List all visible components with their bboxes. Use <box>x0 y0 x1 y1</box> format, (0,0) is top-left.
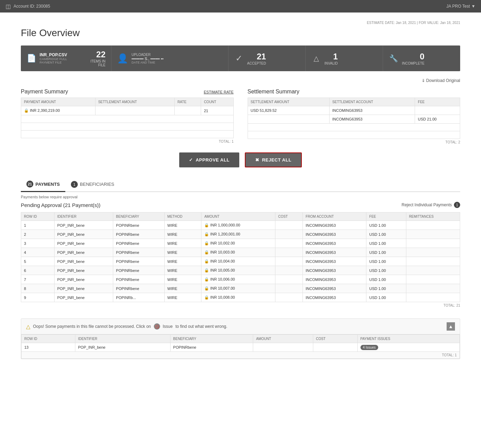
from-account-cell: INCOMING63953 <box>303 221 366 230</box>
col-settlement-amount: SETTLEMENT AMOUNT <box>248 98 329 106</box>
cost-cell <box>275 239 302 248</box>
settlement-summary-title: Settlement Summary <box>248 89 299 95</box>
remittances-cell <box>406 293 460 302</box>
col-beneficiary: BENEFICIARY <box>170 335 253 343</box>
method-cell: WIRE <box>164 257 201 266</box>
account-label: Account ID: 230085 <box>14 4 50 9</box>
table-row: INCOMING63953 USD 21.00 <box>248 115 460 124</box>
identifier-cell: POP_INR_bene <box>75 343 170 352</box>
cost-cell <box>275 284 302 293</box>
fee-cell: USD 1.00 <box>366 266 406 275</box>
row-id-cell: 3 <box>21 239 55 248</box>
accepted-count: 21 <box>247 52 266 61</box>
pending-header: Pending Approval (21 Payment(s)) Reject … <box>21 202 460 208</box>
table-row: 3 POP_INR_bene POPINRbene WIRE 🔒 INR 10,… <box>21 239 460 248</box>
nav-right[interactable]: JA PRO Test ▼ <box>446 4 475 9</box>
from-account-cell: INCOMING63953 <box>303 275 366 284</box>
identifier-cell: POP_INR_bene <box>54 257 113 266</box>
empty-row <box>21 123 234 131</box>
fsb-accepted: ✓ 21 ACCEPTED <box>229 45 306 71</box>
empty-row <box>248 124 460 131</box>
download-label: Download Original <box>426 78 460 83</box>
download-original-link[interactable]: ⇓ Download Original <box>422 78 460 83</box>
fsb-file-info: 📄 INR_POP.CSV CAMBRIDGE FULL PAYMENT FIL… <box>21 45 111 71</box>
fee-cell: USD 21.00 <box>415 115 460 124</box>
uploader-name: ••••••••• S., ••••••• •• <box>132 57 164 61</box>
action-buttons: ✓ APPROVE ALL ✖ REJECT ALL <box>21 152 460 167</box>
col-from-account: FROM ACCOUNT <box>303 213 366 221</box>
amount-cell: 🔒 INR 10,005.00 <box>201 266 275 275</box>
remittances-cell <box>406 248 460 257</box>
reject-icon: ✖ <box>255 157 259 163</box>
nav-left: ◫ Account ID: 230085 <box>6 3 50 10</box>
incomplete-count-wrap: 0 INCOMPLETE <box>402 52 424 65</box>
payment-summary-block: Payment Summary ESTIMATE RATE PAYMENT AM… <box>21 89 234 143</box>
cost-cell <box>275 257 302 266</box>
download-link-wrap[interactable]: ⇓ Download Original <box>21 78 460 83</box>
beneficiaries-tab-label: BENEFICIARIES <box>80 182 114 187</box>
col-amount: AMOUNT <box>253 335 313 343</box>
cost-cell <box>275 266 302 275</box>
reject-individual-wrap[interactable]: Reject Individual Payments 1 <box>401 202 460 208</box>
table-row: 1 POP_INR_bene POPINRbene WIRE 🔒 INR 1,0… <box>21 221 460 230</box>
empty-row <box>21 115 234 123</box>
reject-all-button[interactable]: ✖ REJECT ALL <box>245 152 302 167</box>
approve-all-button[interactable]: ✓ APPROVE ALL <box>179 152 239 167</box>
date-label: DATE AND TIME <box>132 61 164 64</box>
fsb-uploader-text: UPLOADER ••••••••• S., ••••••• •• DATE A… <box>132 53 164 64</box>
col-beneficiary: BENEFICIARY <box>113 213 165 221</box>
payment-summary-header: Payment Summary ESTIMATE RATE <box>21 89 234 95</box>
estimate-rate-link[interactable]: ESTIMATE RATE <box>204 90 234 94</box>
warning-message: Oops! Some payments in this file cannot … <box>33 324 151 329</box>
collapse-button[interactable]: ▲ <box>447 322 455 331</box>
amount-cell: 🔒 INR 10,008.00 <box>201 293 275 302</box>
from-account-cell: INCOMING63953 <box>303 239 366 248</box>
cost-cell <box>275 293 302 302</box>
from-account-cell: INCOMING63953 <box>303 293 366 302</box>
col-amount: AMOUNT <box>201 213 275 221</box>
row-id-cell: 13 <box>22 343 75 352</box>
col-method: METHOD <box>164 213 201 221</box>
reject-individual-count: 1 <box>454 202 460 208</box>
settlement-summary-block: Settlement Summary SETTLEMENT AMOUNT SET… <box>248 89 461 144</box>
file-name: INR_POP.CSV <box>40 52 82 57</box>
items-count: 22 <box>86 50 106 59</box>
fsb-incomplete: 🔧 0 INCOMPLETE <box>383 45 460 71</box>
identifier-cell: POP_INR_bene <box>54 239 113 248</box>
fee-cell <box>415 106 460 115</box>
issues-total: TOTAL: 1 <box>21 352 460 359</box>
tabs-row: 21 PAYMENTS 1 BENEFICIARIES <box>21 177 460 192</box>
dropdown-icon[interactable]: ▼ <box>471 4 475 9</box>
settlement-summary-header: Settlement Summary <box>248 89 461 95</box>
row-id-cell: 2 <box>21 230 55 239</box>
uploader-label: UPLOADER <box>132 53 164 57</box>
table-row: 13 POP_INR_bene POPINRbene 4 Issues <box>22 343 460 352</box>
method-cell: WIRE <box>164 239 201 248</box>
warning-triangle-icon: △ <box>26 323 30 330</box>
settlement-amount-cell <box>248 115 329 124</box>
beneficiary-cell: POPINRbene <box>113 257 165 266</box>
payments-tab-label: PAYMENTS <box>35 182 60 187</box>
beneficiary-cell: POPINRbene <box>113 248 165 257</box>
payment-summary-total: TOTAL: 1 <box>21 140 234 143</box>
table-row: 9 POP_INR_bene POPINRb... WIRE 🔒 INR 10,… <box>21 293 460 302</box>
tab-payments[interactable]: 21 PAYMENTS <box>21 177 65 192</box>
file-icon: 📄 <box>26 54 36 63</box>
from-account-cell: INCOMING63953 <box>303 284 366 293</box>
col-rate: RATE <box>174 98 201 106</box>
amount-cell: 🔒 INR 10,004.00 <box>201 257 275 266</box>
file-summary-bar: 📄 INR_POP.CSV CAMBRIDGE FULL PAYMENT FIL… <box>21 45 460 71</box>
settlement-amount-cell: USD 51,829.52 <box>248 106 329 115</box>
beneficiary-cell: POPINRb... <box>113 293 165 302</box>
empty-row <box>248 131 460 139</box>
remittances-cell <box>406 257 460 266</box>
tab-beneficiaries[interactable]: 1 BENEFICIARIES <box>65 177 120 191</box>
approve-icon: ✓ <box>189 157 193 163</box>
count-cell: 21 <box>201 106 233 115</box>
settlement-account-cell: INCOMING63953 <box>329 115 415 124</box>
method-cell: WIRE <box>164 275 201 284</box>
table-row: 5 POP_INR_bene POPINRbene WIRE 🔒 INR 10,… <box>21 257 460 266</box>
table-row: 8 POP_INR_bene POPINRbene WIRE 🔒 INR 10,… <box>21 284 460 293</box>
col-payment-issues: PAYMENT ISSUES <box>357 335 460 343</box>
beneficiaries-tab-badge: 1 <box>71 181 78 188</box>
